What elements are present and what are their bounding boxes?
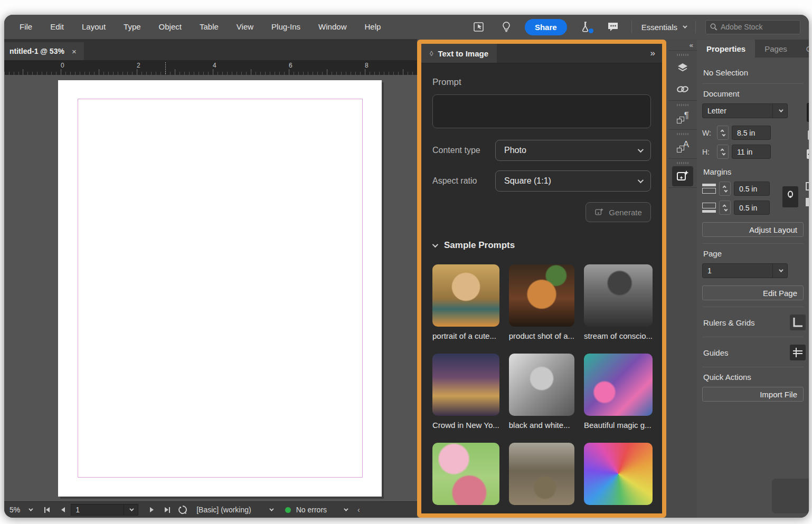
stock-search-input[interactable] [721,23,784,31]
collapse-panel-icon[interactable]: » [650,48,655,59]
bottom-margin-field[interactable]: 0.5 in [734,201,770,215]
text-to-image-tab[interactable]: ◊ Text to Image [421,44,497,63]
sample-tile[interactable]: product shot of a... [509,264,574,354]
sample-tile[interactable]: portrait of a cute... [432,264,499,354]
menu-help[interactable]: Help [355,15,390,39]
sample-image-bw-portrait[interactable] [509,354,574,416]
panel-dock: « ¶ A [668,40,697,518]
next-page-button[interactable] [144,504,159,516]
text-to-image-panel-icon[interactable] [672,166,693,186]
sample-tile[interactable]: Beautiful magic g... [584,354,653,443]
document-page[interactable] [58,80,382,497]
menu-view[interactable]: View [228,15,262,39]
tab-properties[interactable]: Properties [697,40,755,58]
menu-object[interactable]: Object [150,15,191,39]
first-page-button[interactable] [39,504,55,516]
menu-table[interactable]: Table [191,15,228,39]
workspace-switcher[interactable]: Essentials [641,23,686,32]
portrait-orientation-icon[interactable] [807,103,809,122]
sample-image-origami-star[interactable] [584,443,653,505]
preflight-icon[interactable] [175,502,190,518]
adobe-stock-search[interactable] [705,20,800,34]
sample-image-kitten[interactable] [432,264,499,327]
adjust-layout-button[interactable]: Adjust Layout [702,222,804,237]
width-field[interactable]: 8.5 in [732,126,771,140]
feedback-chat-icon[interactable] [604,19,622,35]
divider [702,83,804,84]
menu-window[interactable]: Window [309,15,355,39]
page-size-select[interactable]: Letter [702,103,788,118]
zoom-level-control[interactable]: 5% [4,506,39,514]
expand-panels-icon[interactable]: « [668,40,697,50]
tab-pages[interactable]: Pages [755,40,797,58]
menu-layout[interactable]: Layout [73,15,115,39]
link-margins-icon[interactable] [782,186,798,207]
error-status-control[interactable]: No errors [279,506,353,514]
character-styles-panel-icon[interactable]: A [672,137,693,157]
sample-image-brain-tree[interactable] [584,264,653,327]
height-stepper[interactable] [717,145,729,159]
top-margin-stepper[interactable] [719,182,731,196]
close-icon[interactable]: × [72,47,77,56]
height-field[interactable]: 11 in [732,145,771,159]
sample-image-ny-crowd[interactable] [432,354,499,416]
landscape-orientation-icon[interactable] [807,128,809,142]
sample-tile[interactable]: Crowd in New Yo... [432,354,499,443]
share-button[interactable]: Share [525,19,567,35]
previous-page-button[interactable] [55,504,71,516]
layers-panel-icon[interactable] [672,58,693,78]
menu-edit[interactable]: Edit [41,15,73,39]
edit-page-button[interactable]: Edit Page [702,285,804,300]
menu-type[interactable]: Type [115,15,150,39]
width-stepper[interactable] [717,126,729,140]
lightbulb-icon[interactable] [497,19,515,35]
pasteboard[interactable] [4,75,417,501]
generate-button[interactable]: Generate [586,202,651,222]
sample-tile[interactable] [584,443,653,518]
margin-guides [78,99,363,478]
dock-grip[interactable] [677,162,688,164]
last-page-button[interactable] [159,504,175,516]
menu-plugins[interactable]: Plug-Ins [262,15,309,39]
left-margin-icon [806,182,809,190]
sample-image-magic-garden[interactable] [584,354,653,416]
dock-grip[interactable] [677,104,688,106]
document-tab[interactable]: ntitled-1 @ 53% × [4,42,84,60]
content-type-select[interactable]: Photo [495,140,651,161]
scroll-left-arrow[interactable]: ‹ [357,506,360,514]
touch-workspace-icon[interactable] [470,19,488,35]
sample-prompts-header[interactable]: Sample Prompts [432,240,651,251]
aspect-ratio-select[interactable]: Square (1:1) [495,170,651,192]
sample-tile[interactable]: black and white... [509,354,574,443]
links-panel-icon[interactable] [672,79,693,99]
dock-grip[interactable] [677,54,688,56]
sample-caption [432,510,499,518]
sample-image-vintage-car[interactable] [509,443,574,505]
search-icon [710,23,718,31]
page-number-dropdown[interactable] [124,504,138,516]
page-section-label: Page [703,249,809,258]
paragraph-styles-panel-icon[interactable]: ¶ [672,108,693,128]
properties-panel: Properties Pages C No Selection Document… [697,40,809,518]
import-file-button[interactable]: Import File [702,387,804,402]
sample-image-blossom-tea[interactable] [432,443,499,505]
beta-flask-icon[interactable] [577,19,594,35]
tab-cc-libraries[interactable]: C [797,40,809,58]
page-number-field[interactable]: 1 [71,504,124,516]
dock-grip[interactable] [677,133,688,135]
menu-file[interactable]: File [11,15,41,39]
preflight-profile-control[interactable]: [Basic] (working) [190,506,278,514]
bottom-margin-stepper[interactable] [719,201,731,215]
page-select[interactable]: 1 [702,263,788,278]
prompt-input[interactable] [432,94,651,128]
page-size-value: Letter [703,107,772,115]
sample-image-burger[interactable] [509,264,574,327]
facing-pages-checkbox[interactable] [807,149,809,159]
top-margin-field[interactable]: 0.5 in [734,182,770,196]
sample-tile[interactable]: stream of conscio... [584,264,653,354]
ruler-tick-4: 4 [213,62,216,69]
guides-icon[interactable] [790,345,806,360]
sample-tile[interactable] [432,443,499,518]
rulers-grids-icon[interactable] [790,315,806,330]
sample-tile[interactable] [509,443,574,518]
